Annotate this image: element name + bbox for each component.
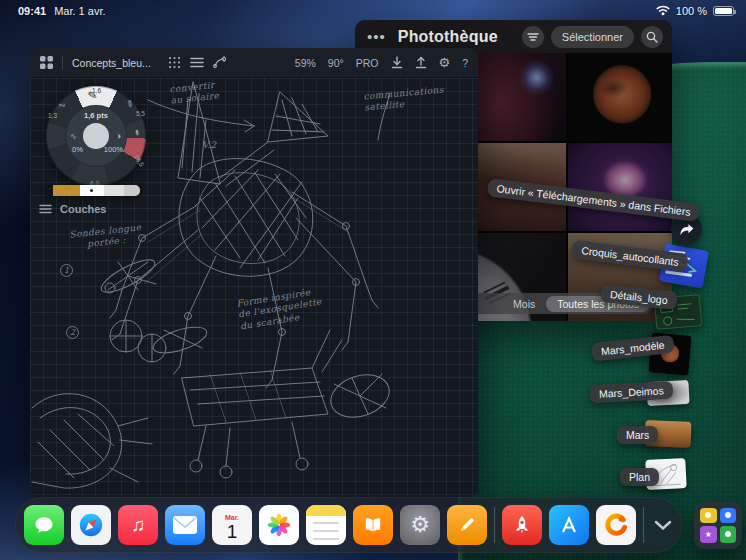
date: Mar. 1 avr. bbox=[54, 5, 105, 17]
chevron-down-icon[interactable] bbox=[651, 505, 675, 545]
drag-label-plan[interactable]: Plan bbox=[620, 468, 659, 486]
wifi-icon bbox=[656, 4, 670, 18]
mini-app-icon bbox=[720, 526, 737, 544]
dock-photos-icon[interactable] bbox=[259, 505, 299, 545]
photo-thumbnail-mars-planet[interactable] bbox=[568, 53, 672, 141]
mini-app-icon bbox=[720, 508, 737, 523]
wave-tool-icon: ∿ bbox=[56, 99, 68, 112]
photos-title: Photothèque bbox=[398, 28, 498, 46]
smoothing-icon: ∿ bbox=[70, 132, 77, 141]
pro-badge[interactable]: PRO bbox=[356, 57, 379, 69]
wheel-settings-dial[interactable]: 1,6 pts ∿ ◑ 0% 100% bbox=[65, 105, 127, 167]
help-button[interactable]: ? bbox=[462, 57, 468, 69]
annotation-marker-1: 1 bbox=[60, 264, 73, 277]
dock-safari-icon[interactable] bbox=[71, 505, 111, 545]
layers-label: Couches bbox=[60, 203, 106, 215]
concepts-window: Concepts_bleu... 59% 90° PRO ⚙ ? bbox=[30, 48, 478, 497]
wheel-size-left: 1,3 bbox=[48, 112, 57, 119]
calendar-day: 1 bbox=[227, 522, 238, 541]
import-icon[interactable] bbox=[391, 56, 403, 69]
color-swatch-gray[interactable] bbox=[124, 185, 140, 196]
vector-tool-icon[interactable] bbox=[213, 56, 226, 69]
dock-settings-icon[interactable]: ⚙ bbox=[400, 505, 440, 545]
status-bar: 09:41 Mar. 1 avr. 100 % bbox=[0, 0, 746, 22]
share-arrow-icon bbox=[679, 223, 694, 236]
dock-drawing-app-icon[interactable] bbox=[447, 505, 487, 545]
dock-divider bbox=[494, 507, 495, 543]
opacity-max: 100% bbox=[104, 145, 123, 154]
wheel-center-button[interactable] bbox=[83, 123, 109, 149]
dock-mail-icon[interactable] bbox=[165, 505, 205, 545]
menu-lines-icon[interactable] bbox=[190, 57, 204, 68]
dock-messages-icon[interactable] bbox=[24, 505, 64, 545]
annotation-marker-2: 2 bbox=[66, 326, 79, 339]
filter-icon bbox=[527, 32, 539, 42]
filter-button[interactable] bbox=[522, 26, 544, 48]
more-options-icon[interactable]: ••• bbox=[364, 30, 389, 44]
color-swatch-lightgray[interactable] bbox=[104, 185, 123, 196]
annotation-version: V.2 bbox=[202, 140, 217, 151]
drawing-canvas[interactable]: convertir au solaire communications sate… bbox=[30, 78, 478, 497]
settings-gear-icon[interactable]: ⚙ bbox=[439, 56, 451, 69]
dock-rocket-app-icon[interactable] bbox=[502, 505, 542, 545]
dock-books-icon[interactable] bbox=[353, 505, 393, 545]
tool-wheel[interactable]: ✎ ∿ ✎ ✒ 1,3 1,6 5,5 16,5 6,0 1,6 pts ∿ ◑… bbox=[46, 86, 146, 186]
dock-concepts-icon[interactable] bbox=[596, 505, 636, 545]
clock: 09:41 bbox=[18, 5, 46, 17]
gallery-icon[interactable] bbox=[40, 56, 53, 69]
dock-music-icon[interactable]: ♫ bbox=[118, 505, 158, 545]
opacity-icon: ◑ bbox=[116, 131, 121, 141]
battery-percent: 100 % bbox=[676, 5, 707, 17]
dock-appstore-icon[interactable] bbox=[549, 505, 589, 545]
dock-calendar-icon[interactable]: Mar. 1 bbox=[212, 505, 252, 545]
concepts-toolbar: Concepts_bleu... 59% 90° PRO ⚙ ? bbox=[30, 48, 478, 78]
nib-tool-icon: ✒ bbox=[132, 128, 143, 137]
mini-app-icon bbox=[700, 508, 717, 523]
wheel-size-right: 5,5 bbox=[136, 110, 145, 117]
zoom-level[interactable]: 59% bbox=[295, 57, 316, 69]
photo-thumbnail-orion-nebula[interactable] bbox=[568, 143, 672, 231]
opacity-min: 0% bbox=[72, 145, 83, 154]
select-button[interactable]: Sélectionner bbox=[551, 26, 634, 48]
search-button[interactable] bbox=[641, 26, 663, 48]
grid-settings-icon[interactable] bbox=[168, 56, 181, 69]
layers-icon bbox=[39, 204, 52, 214]
drag-label-mars[interactable]: Mars bbox=[617, 426, 658, 444]
export-icon[interactable] bbox=[415, 56, 427, 69]
app-library-stack[interactable]: ★ bbox=[694, 502, 742, 549]
dock: ♫ Mar. 1 ⚙ bbox=[15, 497, 682, 553]
wheel-size-top: 1,6 bbox=[92, 87, 101, 94]
color-swatch-bar bbox=[44, 185, 140, 196]
color-swatch-black[interactable] bbox=[44, 185, 53, 196]
tab-months[interactable]: Mois bbox=[502, 296, 546, 312]
layers-button[interactable]: Couches bbox=[39, 203, 106, 215]
battery-icon bbox=[713, 6, 734, 16]
stroke-width-value: 1,6 pts bbox=[84, 111, 108, 120]
color-swatch-gold[interactable] bbox=[53, 185, 80, 196]
color-swatch-white-selected[interactable] bbox=[80, 185, 105, 196]
dock-divider bbox=[643, 507, 644, 543]
rotation-angle[interactable]: 90° bbox=[328, 57, 344, 69]
document-title[interactable]: Concepts_bleu... bbox=[72, 57, 151, 69]
dock-notes-icon[interactable] bbox=[306, 505, 346, 545]
search-icon bbox=[646, 31, 658, 43]
mini-app-icon: ★ bbox=[700, 526, 717, 544]
